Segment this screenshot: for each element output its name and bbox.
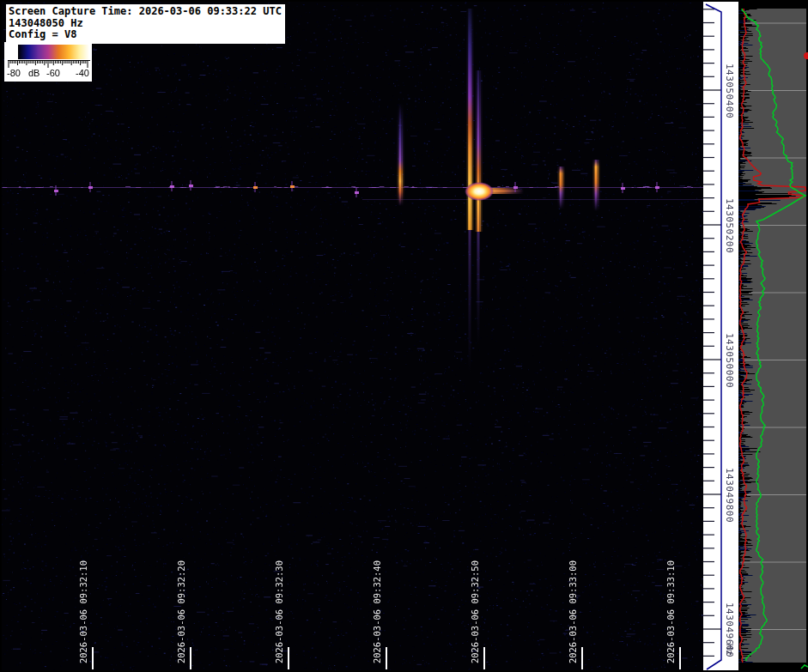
colorbar-gradient xyxy=(18,45,89,59)
frequency-tick-label: 143050000 xyxy=(724,333,735,388)
info-box: Screen Capture Time: 2026-03-06 09:33:22… xyxy=(6,4,285,44)
frequency-tick-label: 143050200 xyxy=(724,198,735,253)
frequency-tick-label: 143049600 xyxy=(724,602,735,657)
colorbar-db-label: -40 xyxy=(76,68,89,78)
capture-time-text: Screen Capture Time: 2026-03-06 09:33:22… xyxy=(9,6,282,18)
frequency-tick-label: 143050400 xyxy=(724,64,735,118)
colorbar-db-label: -60 xyxy=(46,68,60,78)
frequency-text: 143048050 Hz xyxy=(9,18,282,30)
colorbar-db-label: -80 xyxy=(7,68,21,78)
colorbar: -80dB-60-40 xyxy=(4,42,92,82)
colorbar-db-label: dB xyxy=(28,68,39,78)
config-text: Config = V8 xyxy=(9,29,282,41)
frequency-tick-label: 143049800 xyxy=(724,468,735,523)
frequency-axis: Hz 1430504001430502001430500001430498001… xyxy=(703,2,738,670)
screen-capture: 2026-03-06 09:32:102026-03-06 09:32:2020… xyxy=(0,0,808,672)
spectrum-panel-canvas xyxy=(738,0,808,672)
spectrogram-canvas xyxy=(2,2,703,670)
